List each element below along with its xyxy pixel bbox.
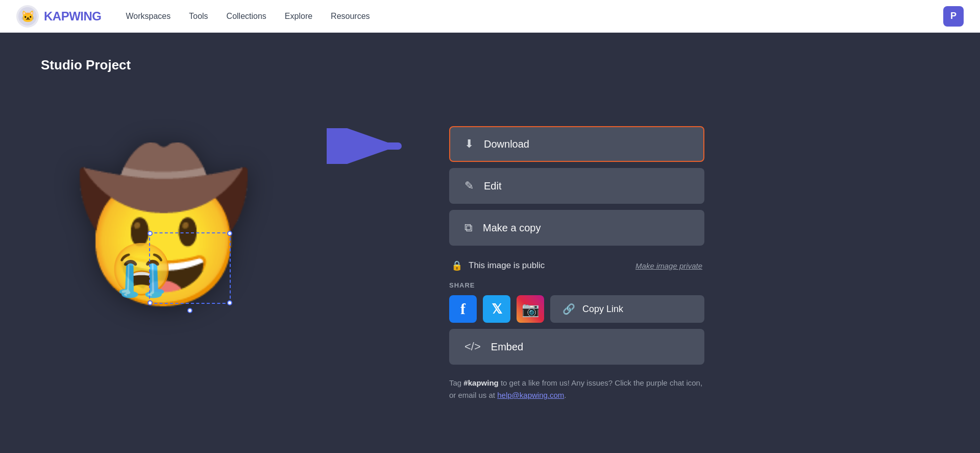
facebook-icon: f [460,300,465,318]
image-container: 🤠 😭 [41,98,286,353]
share-label: SHARE [449,281,704,289]
logo-icon: 🐱 [16,5,39,28]
content-area: 🤠 😭 [41,98,939,401]
nav-tools[interactable]: Tools [189,12,208,21]
edit-button[interactable]: ✎ Edit [449,168,704,204]
public-text: This image is public [469,260,545,271]
logo-text: KAPWING [44,9,102,23]
footer-prefix: Tag [449,378,463,387]
link-icon: 🔗 [562,303,575,315]
make-copy-button[interactable]: ⧉ Make a copy [449,210,704,246]
make-copy-label: Make a copy [483,222,541,234]
lock-icon: 🔒 [451,260,462,271]
pointing-arrow [327,128,408,164]
twitter-button[interactable]: 𝕏 [483,295,510,323]
public-row: 🔒 This image is public Make image privat… [449,252,704,279]
embed-button[interactable]: </> Embed [449,329,704,365]
edit-label: Edit [484,180,501,192]
logo[interactable]: 🐱 KAPWING [16,5,102,28]
nav-links: Workspaces Tools Collections Explore Res… [126,12,370,21]
share-row: f 𝕏 📷 🔗 Copy Link [449,295,704,323]
right-panel: ⬇ Download ✎ Edit ⧉ Make a copy 🔒 This i… [449,126,704,401]
make-private-link[interactable]: Make image private [635,261,702,270]
handle-tl [148,231,153,236]
handle-rotate [187,308,192,313]
navbar: 🐱 KAPWING Workspaces Tools Collections E… [0,0,980,33]
twitter-icon: 𝕏 [492,301,502,317]
nav-explore[interactable]: Explore [285,12,312,21]
nav-workspaces[interactable]: Workspaces [126,12,171,21]
main-content: Studio Project 🤠 😭 [0,33,980,453]
instagram-icon: 📷 [522,301,540,318]
download-button[interactable]: ⬇ Download [449,126,704,162]
footer-hashtag: #kapwing [463,378,498,387]
nav-collections[interactable]: Collections [227,12,266,21]
nav-resources[interactable]: Resources [331,12,370,21]
footer-email[interactable]: help@kapwing.com [497,391,564,399]
arrow-container [327,128,408,164]
download-label: Download [484,138,529,150]
edit-icon: ✎ [464,179,474,193]
svg-text:🐱: 🐱 [21,10,35,23]
selection-overlay [149,232,231,304]
copy-link-button[interactable]: 🔗 Copy Link [550,295,704,323]
download-icon: ⬇ [464,137,474,151]
copy-link-label: Copy Link [582,304,623,315]
footer-text: Tag #kapwing to get a like from us! Any … [449,377,704,401]
embed-label: Embed [491,341,523,353]
facebook-button[interactable]: f [449,295,477,323]
page-title: Studio Project [41,57,939,73]
footer-end: . [564,391,566,399]
copy-icon: ⧉ [464,221,473,234]
instagram-button[interactable]: 📷 [517,295,544,323]
user-avatar[interactable]: P [943,6,964,27]
embed-icon: </> [464,340,481,353]
